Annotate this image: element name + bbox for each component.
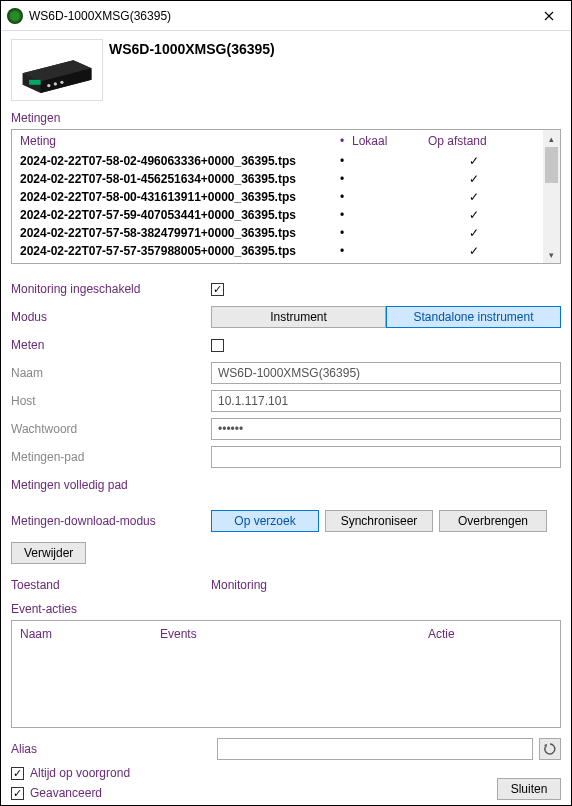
- altijd-row[interactable]: Altijd op voorgrond: [11, 766, 130, 780]
- meten-label: Meten: [11, 338, 211, 352]
- row-opafstand: ✓: [428, 224, 520, 242]
- toestand-label: Toestand: [11, 578, 211, 592]
- close-button[interactable]: [526, 1, 571, 31]
- table-row[interactable]: 2024-02-22T07-58-01-456251634+0000_36395…: [20, 170, 543, 188]
- svg-rect-3: [29, 80, 40, 85]
- row-name: 2024-02-22T07-58-00-431613911+0000_36395…: [20, 188, 332, 206]
- download-modus-label: Metingen-download-modus: [11, 514, 211, 528]
- dl-overbrengen-button[interactable]: Overbrengen: [439, 510, 547, 532]
- row-lokaal: [352, 188, 428, 206]
- metingenpad-label: Metingen-pad: [11, 450, 211, 464]
- row-name: 2024-02-22T07-58-02-496063336+0000_36395…: [20, 152, 332, 170]
- row-opafstand: ✓: [428, 242, 520, 260]
- row-lokaal: [352, 242, 428, 260]
- revert-icon: [543, 742, 557, 756]
- geavanceerd-checkbox[interactable]: [11, 787, 24, 800]
- row-name: 2024-02-22T07-57-58-382479971+0000_36395…: [20, 224, 332, 242]
- scroll-down-icon[interactable]: ▾: [543, 246, 560, 263]
- row-lokaal: [352, 152, 428, 170]
- row-opafstand: ✓: [428, 188, 520, 206]
- events-col-events[interactable]: Events: [160, 627, 428, 641]
- host-label: Host: [11, 394, 211, 408]
- events-col-actie[interactable]: Actie: [428, 627, 548, 641]
- dl-opverzoek-button[interactable]: Op verzoek: [211, 510, 319, 532]
- alias-field[interactable]: [217, 738, 533, 760]
- altijd-checkbox[interactable]: [11, 767, 24, 780]
- row-dot: •: [332, 224, 352, 242]
- measurements-label: Metingen: [11, 111, 561, 125]
- verwijder-button[interactable]: Verwijder: [11, 542, 86, 564]
- row-opafstand: ✓: [428, 170, 520, 188]
- col-dot: •: [332, 134, 352, 148]
- row-dot: •: [332, 206, 352, 224]
- volledigpad-label: Metingen volledig pad: [11, 478, 128, 492]
- row-lokaal: [352, 170, 428, 188]
- row-name: 2024-02-22T07-58-01-456251634+0000_36395…: [20, 170, 332, 188]
- naam-field[interactable]: [211, 362, 561, 384]
- events-col-naam[interactable]: Naam: [20, 627, 160, 641]
- row-name: 2024-02-22T07-57-57-357988005+0000_36395…: [20, 242, 332, 260]
- geavanceerd-row[interactable]: Geavanceerd: [11, 786, 130, 800]
- wachtwoord-field[interactable]: [211, 418, 561, 440]
- scrollbar[interactable]: ▴ ▾: [543, 130, 560, 263]
- device-title: WS6D-1000XMSG(36395): [109, 41, 275, 57]
- titlebar: WS6D-1000XMSG(36395): [1, 1, 571, 31]
- row-opafstand: ✓: [428, 152, 520, 170]
- table-row[interactable]: 2024-02-22T07-58-00-431613911+0000_36395…: [20, 188, 543, 206]
- alias-revert-button[interactable]: [539, 738, 561, 760]
- col-lokaal[interactable]: Lokaal: [352, 134, 428, 148]
- wachtwoord-label: Wachtwoord: [11, 422, 211, 436]
- row-name: 2024-02-22T07-57-59-407053441+0000_36395…: [20, 206, 332, 224]
- host-field[interactable]: [211, 390, 561, 412]
- measurements-list: Meting • Lokaal Op afstand 2024-02-22T07…: [11, 129, 561, 264]
- sluiten-button[interactable]: Sluiten: [497, 778, 561, 800]
- alias-label: Alias: [11, 742, 211, 756]
- toestand-value: Monitoring: [211, 578, 267, 592]
- monitoring-checkbox[interactable]: [211, 283, 224, 296]
- svg-point-4: [47, 84, 50, 87]
- events-box: Naam Events Actie: [11, 620, 561, 728]
- row-dot: •: [332, 188, 352, 206]
- modus-label: Modus: [11, 310, 211, 324]
- naam-label: Naam: [11, 366, 211, 380]
- events-section-label: Event-acties: [11, 602, 561, 616]
- row-opafstand: ✓: [428, 206, 520, 224]
- scroll-thumb[interactable]: [545, 147, 558, 183]
- table-row[interactable]: 2024-02-22T07-58-02-496063336+0000_36395…: [20, 152, 543, 170]
- row-lokaal: [352, 206, 428, 224]
- metingenpad-field[interactable]: [211, 446, 561, 468]
- col-meting[interactable]: Meting: [20, 134, 332, 148]
- row-lokaal: [352, 224, 428, 242]
- row-dot: •: [332, 170, 352, 188]
- svg-point-5: [54, 82, 57, 85]
- altijd-label: Altijd op voorgrond: [30, 766, 130, 780]
- monitoring-label: Monitoring ingeschakeld: [11, 282, 211, 296]
- meten-checkbox[interactable]: [211, 339, 224, 352]
- dl-synchroniseer-button[interactable]: Synchroniseer: [325, 510, 433, 532]
- row-dot: •: [332, 242, 352, 260]
- window-title: WS6D-1000XMSG(36395): [29, 9, 526, 23]
- table-row[interactable]: 2024-02-22T07-57-59-407053441+0000_36395…: [20, 206, 543, 224]
- device-image: [11, 39, 103, 101]
- table-row[interactable]: 2024-02-22T07-57-57-357988005+0000_36395…: [20, 242, 543, 260]
- app-icon: [7, 8, 23, 24]
- col-opafstand[interactable]: Op afstand: [428, 134, 520, 148]
- row-dot: •: [332, 152, 352, 170]
- modus-standalone-button[interactable]: Standalone instrument: [386, 306, 561, 328]
- modus-instrument-button[interactable]: Instrument: [211, 306, 386, 328]
- scroll-up-icon[interactable]: ▴: [543, 130, 560, 147]
- table-row[interactable]: 2024-02-22T07-57-58-382479971+0000_36395…: [20, 224, 543, 242]
- svg-point-6: [60, 81, 63, 84]
- geavanceerd-label: Geavanceerd: [30, 786, 102, 800]
